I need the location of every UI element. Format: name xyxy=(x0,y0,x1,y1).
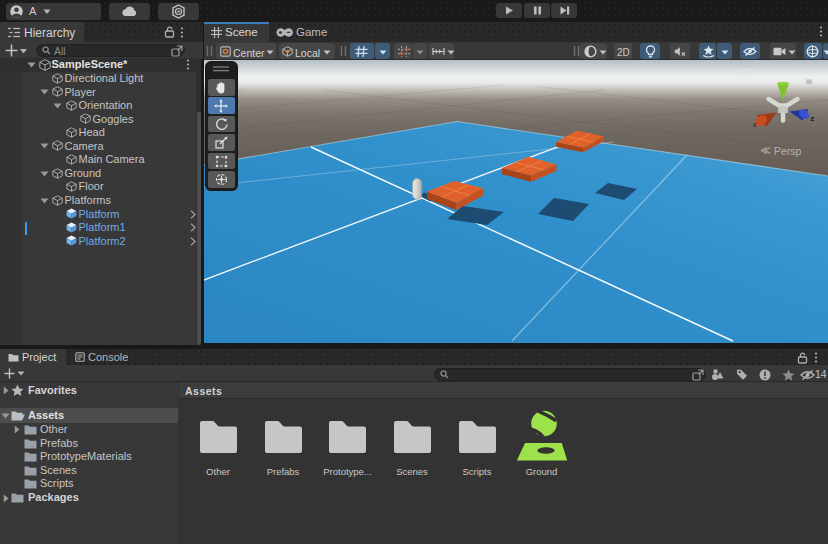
svg-text:Persp: Persp xyxy=(774,145,802,157)
svg-text:z: z xyxy=(811,114,815,123)
